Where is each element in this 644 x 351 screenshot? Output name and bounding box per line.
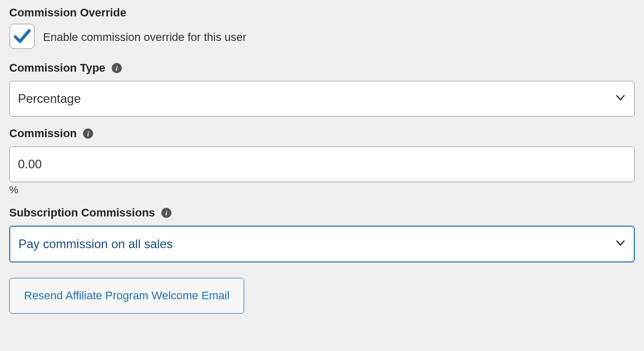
resend-welcome-email-button[interactable]: Resend Affiliate Program Welcome Email <box>9 278 244 314</box>
enable-override-checkbox-label: Enable commission override for this user <box>43 31 246 44</box>
subscription-commissions-selected-value: Pay commission on all sales <box>18 237 173 251</box>
info-icon[interactable]: i <box>112 63 122 73</box>
subscription-commissions-label: Subscription Commissions <box>9 206 155 220</box>
info-icon[interactable]: i <box>161 208 171 218</box>
commission-override-label: Commission Override <box>9 6 126 19</box>
enable-override-checkbox[interactable] <box>9 24 35 51</box>
commission-type-select[interactable]: Percentage <box>9 81 635 117</box>
commission-unit-label: % <box>9 184 635 196</box>
subscription-commissions-select[interactable]: Pay commission on all sales <box>9 226 635 262</box>
info-icon[interactable]: i <box>83 128 93 139</box>
commission-value-input[interactable] <box>9 146 635 182</box>
svg-rect-0 <box>10 24 34 49</box>
commission-type-label: Commission Type <box>9 61 105 75</box>
commission-type-selected-value: Percentage <box>18 92 81 106</box>
commission-label: Commission <box>9 127 77 140</box>
